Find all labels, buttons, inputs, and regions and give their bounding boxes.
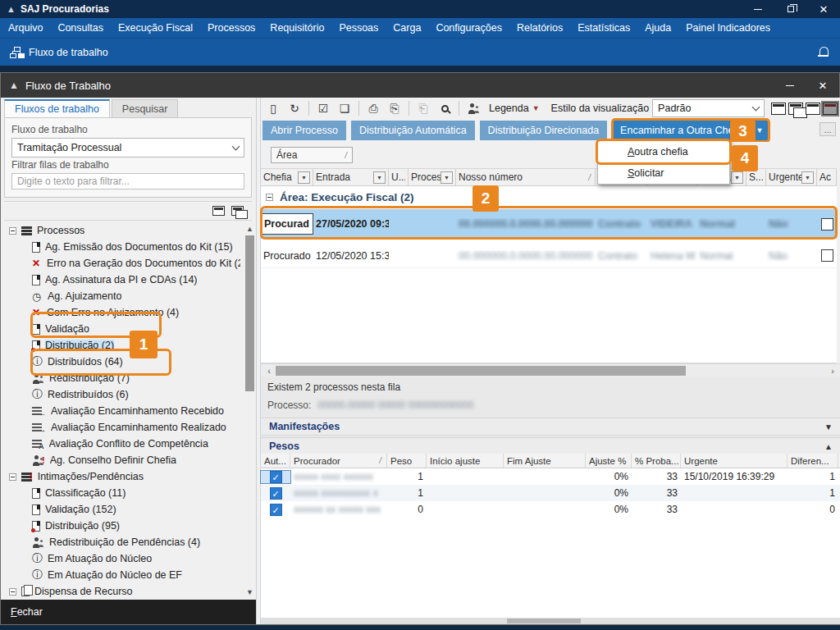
tab-pesquisar[interactable]: Pesquisar	[112, 99, 179, 117]
tree-item-intimacoespendencias[interactable]: !Intimações/Pendências	[4, 468, 240, 485]
menu-item-processos[interactable]: Processos	[208, 22, 255, 34]
more-options-button[interactable]: ...	[819, 122, 836, 136]
forward-dropdown-arrow[interactable]: ▼	[751, 121, 768, 140]
filter-dropdown-icon[interactable]: ▼	[298, 171, 310, 184]
row-checkbox[interactable]	[821, 249, 833, 262]
tree-item-dispensa-de-recurso[interactable]: Dispensa de Recurso	[4, 583, 240, 598]
table-row[interactable]: Procurado12/05/2020 15:3800.000000.0.000…	[261, 244, 837, 268]
save-icon[interactable]: ⎙	[364, 99, 382, 117]
send-document-icon[interactable]: ⎗	[414, 99, 432, 117]
close-button[interactable]: ✕	[807, 0, 840, 18]
column-header-chefia[interactable]: Chefia▼	[261, 169, 313, 185]
tree-item-ag-conselho-definir-chefia[interactable]: !Ag. Conselho Definir Chefia	[4, 452, 240, 468]
pesos-column-proba[interactable]: % Proba...	[632, 454, 681, 468]
checked-checkbox[interactable]: ✓	[270, 487, 282, 500]
refresh-icon[interactable]: ↻	[285, 99, 304, 117]
checked-checkbox[interactable]: ✓	[270, 471, 282, 483]
tree-item-em-atuacao-do-nucleo-de-ef[interactable]: ⓘEm Atuação do Núcleo de EF	[4, 567, 240, 583]
pesos-column-procurador[interactable]: Procurador/	[290, 454, 387, 468]
scrollbar-thumb[interactable]	[276, 366, 686, 376]
filter-dropdown-icon[interactable]: ▼	[441, 171, 453, 184]
group-row[interactable]: Área: Execução Fiscal (2)	[261, 186, 837, 208]
tree-item-classificacao-11[interactable]: Classificação (11)	[4, 485, 240, 501]
pesos-column-fim-ajuste[interactable]: Fim Ajuste	[504, 454, 586, 468]
copy-icon[interactable]: ❏	[336, 99, 354, 117]
fechar-button[interactable]: Fechar	[1, 600, 256, 624]
tree-item-com-erro-no-ajuizamento-4[interactable]: ✕Com Erro no Ajuizamento (4)	[4, 304, 240, 321]
tree-item-validacao[interactable]: Validação	[4, 321, 240, 337]
menu-item-carga[interactable]: Carga	[393, 22, 421, 34]
menu-item-execucao-fiscal[interactable]: Execução Fiscal	[118, 22, 193, 34]
tab-fluxos-de-trabalho[interactable]: Fluxos de trabalho	[4, 99, 110, 117]
scrollbar-thumb[interactable]	[245, 235, 254, 391]
scrollbar-thumb[interactable]	[507, 619, 581, 623]
tree-item-em-atuacao-do-nucleo[interactable]: ⓘEm Atuação do Núcleo	[4, 550, 240, 567]
menu-item-a-outra-chefia[interactable]: A outra chefia	[598, 141, 729, 162]
legend-settings-icon[interactable]	[823, 103, 838, 115]
table-row[interactable]: Procurad27/05/2020 09:300.000000.0.0000.…	[261, 209, 837, 239]
pesos-row[interactable]: ✓xxxxxx xx xxxxx xxx00%330	[261, 501, 840, 518]
pesos-row[interactable]: ✓xxxxx xxxxxxxxxx x10%331	[261, 485, 840, 501]
combine-windows-icon[interactable]	[806, 103, 820, 115]
pesos-column-inicio-ajuste[interactable]: Início ajuste	[427, 454, 504, 468]
filter-dropdown-icon[interactable]: ▼	[731, 171, 743, 184]
tree-item-ag-ajuizamento[interactable]: ◷Ag. Ajuizamento	[4, 288, 240, 304]
menu-item-estatisticas[interactable]: Estatísticas	[578, 22, 630, 34]
column-header-urgente[interactable]: Urgente▼	[766, 169, 817, 185]
tree-item-validacao-152[interactable]: Validação (152)	[4, 501, 240, 518]
menu-item-configuracoes[interactable]: Configurações	[436, 22, 502, 34]
workflow-toolbar-button[interactable]: Fluxo de trabalho	[0, 39, 118, 66]
inspect-icon[interactable]	[436, 99, 454, 117]
cascade-windows-icon[interactable]	[788, 103, 803, 115]
menu-item-ajuda[interactable]: Ajuda	[645, 22, 671, 34]
menu-item-painel-indicadores[interactable]: Painel Indicadores	[686, 22, 770, 34]
tree-item-erro-na-geracao-dos-documentos-do-kit-2[interactable]: ✕Erro na Geração dos Documentos do Kit (…	[4, 255, 240, 272]
new-document-icon[interactable]: ▯	[264, 99, 282, 117]
column-header-nosso-numero[interactable]: Nosso número/	[456, 169, 596, 185]
tree-item-distribuicao-2[interactable]: Distribuição (2)	[4, 337, 240, 354]
column-header-proces[interactable]: Proces...▼	[409, 169, 456, 185]
menu-item-requisitorio[interactable]: Requisitório	[270, 22, 324, 34]
tile-windows-icon[interactable]	[771, 103, 786, 115]
menu-item-consultas[interactable]: Consultas	[57, 22, 103, 34]
redistribute-icon[interactable]	[464, 99, 482, 117]
section-pesos[interactable]: Pesos ▲	[261, 437, 840, 455]
menu-item-pessoas[interactable]: Pessoas	[339, 22, 378, 34]
tree-item-redistribuicao-de-pendencias-4[interactable]: Redistribuição de Pendências (4)	[4, 534, 240, 550]
tree-expander-icon[interactable]	[9, 588, 16, 596]
grid-horizontal-scrollbar[interactable]: ‹ ›	[261, 363, 840, 377]
save-all-icon[interactable]: ⎘	[386, 99, 404, 117]
notifications-bell-icon[interactable]	[818, 46, 829, 58]
tree-item-processos[interactable]: Processos	[4, 222, 240, 239]
column-header-entrada[interactable]: Entrada▼	[313, 169, 389, 185]
group-field-chip[interactable]: Área /	[271, 147, 353, 163]
scroll-left-icon[interactable]: ‹	[262, 365, 276, 377]
tree-item-redistribuidos-6[interactable]: ⓘRedistribuídos (6)	[4, 386, 240, 403]
pesos-column-ajuste[interactable]: Ajuste %	[586, 454, 632, 468]
collapse-group-icon[interactable]	[266, 194, 273, 201]
inner-close-button[interactable]: ✕	[806, 73, 839, 98]
select-all-icon[interactable]: ☑	[314, 99, 332, 117]
legend-dropdown[interactable]: Legenda▼	[489, 103, 540, 114]
tree-item-distribuidos-64[interactable]: ⓘDistribuídos (64)	[4, 354, 240, 370]
menu-item-relatorios[interactable]: Relatórios	[517, 22, 563, 34]
scroll-right-icon[interactable]: ›	[826, 365, 839, 377]
tree-expander-icon[interactable]	[9, 473, 16, 481]
row-checkbox[interactable]	[821, 218, 833, 231]
tree-item-ag-assinatura-da-pi-e-cdas-14[interactable]: Ag. Assinatura da PI e CDAs (14)	[4, 272, 240, 288]
pesos-column-peso[interactable]: Peso	[387, 454, 427, 468]
tree-item-redistribuicao-7[interactable]: Redistribuição (7)	[4, 370, 240, 386]
pesos-column-diferen[interactable]: Diferen...	[788, 454, 838, 468]
menu-item-arquivo[interactable]: Arquivo	[8, 22, 43, 34]
filter-dropdown-icon[interactable]: ▼	[373, 171, 386, 184]
expand-levels-icon[interactable]	[212, 206, 225, 216]
section-manifestacoes[interactable]: Manifestações ▼	[261, 418, 840, 436]
column-header-u[interactable]: U...	[389, 169, 409, 185]
filter-input[interactable]: Digite o texto para filtrar...	[11, 173, 244, 189]
action-button-abrir-processo[interactable]: Abrir Processo	[262, 121, 346, 140]
action-button-distribuicao-automatica[interactable]: Distribuição Automática	[351, 121, 475, 140]
restore-button[interactable]	[774, 0, 807, 18]
pesos-column-aut[interactable]: Aut...	[261, 454, 290, 468]
organize-queues-icon[interactable]	[231, 206, 244, 216]
tree-item-avaliacao-conflito-de-competencia[interactable]: AAvaliação Conflito de Competência	[4, 436, 240, 452]
